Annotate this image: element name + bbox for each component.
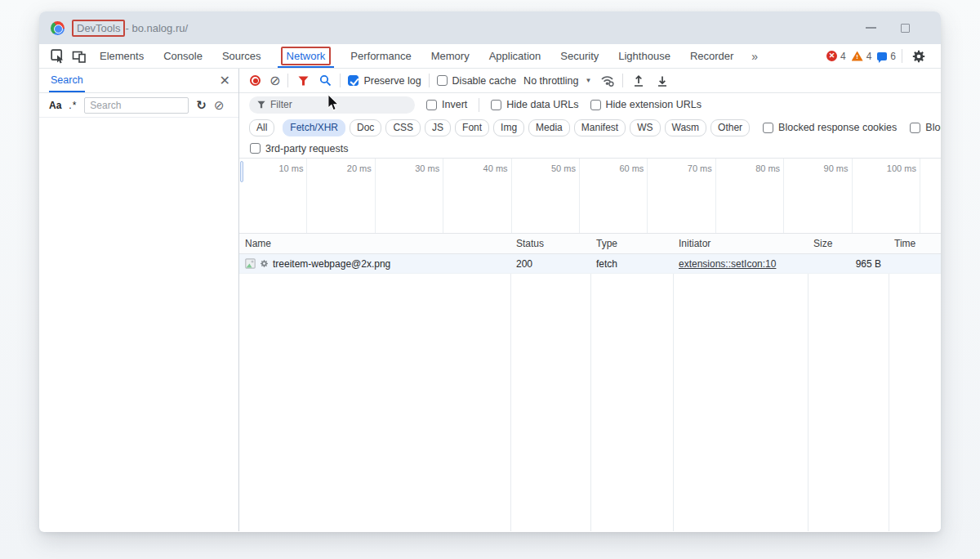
- tab-memory[interactable]: Memory: [421, 44, 479, 68]
- settings-gear-icon[interactable]: [908, 47, 929, 66]
- third-party-row: 3rd-party requests: [239, 139, 941, 159]
- timeline-tick: 40 ms: [443, 159, 511, 233]
- chevron-down-icon: ▼: [586, 77, 592, 84]
- overview-handle[interactable]: [240, 161, 243, 182]
- maximize-button[interactable]: [901, 24, 910, 33]
- tab-lighthouse[interactable]: Lighthouse: [608, 44, 680, 68]
- window-title: DevTools - bo.nalog.ru/: [72, 20, 188, 37]
- resource-filter-chip[interactable]: Wasm: [665, 119, 707, 136]
- regex-button[interactable]: .*: [69, 100, 77, 111]
- column-divider[interactable]: [510, 234, 511, 531]
- column-header-name[interactable]: Name: [239, 238, 510, 249]
- window-title-url: - bo.nalog.ru/: [125, 22, 188, 34]
- column-divider[interactable]: [889, 234, 889, 531]
- preserve-log-checkbox[interactable]: Preserve log: [348, 75, 421, 87]
- resource-filter-chip[interactable]: Other: [710, 119, 750, 136]
- timeline-tick: 20 ms: [307, 159, 375, 233]
- message-count: 6: [890, 51, 896, 62]
- record-button[interactable]: [250, 75, 261, 86]
- export-har-icon[interactable]: [654, 71, 670, 91]
- tab-network[interactable]: Network: [271, 44, 341, 68]
- search-panel-tab[interactable]: Search: [49, 69, 85, 92]
- timeline-tick: 30 ms: [376, 159, 443, 233]
- tab-security[interactable]: Security: [550, 44, 608, 68]
- refresh-icon[interactable]: ↻: [196, 98, 207, 113]
- checkbox-box: [250, 143, 261, 154]
- third-party-checkbox[interactable]: 3rd-party requests: [250, 143, 348, 154]
- search-input[interactable]: [84, 97, 189, 114]
- checkbox-box: [437, 75, 448, 86]
- clear-icon[interactable]: ⊘: [214, 98, 225, 113]
- column-header-type[interactable]: Type: [590, 238, 673, 249]
- column-divider[interactable]: [673, 234, 674, 531]
- search-panel: Search ✕ Aa .* ↻ ⊘: [39, 69, 239, 531]
- network-overview-timeline[interactable]: 10 ms 20 ms 30 ms 40 ms 50 ms 60 ms 70 m…: [239, 159, 941, 234]
- tab-application[interactable]: Application: [479, 44, 551, 68]
- device-toolbar-icon[interactable]: [69, 47, 90, 66]
- table-row[interactable]: treeitem-webpage@2x.png 200 fetch extens…: [239, 254, 941, 274]
- tab-recorder[interactable]: Recorder: [680, 44, 743, 68]
- more-tabs-icon[interactable]: »: [743, 50, 765, 63]
- search-results-area: [39, 118, 238, 531]
- resource-filter-chip[interactable]: All: [249, 119, 274, 136]
- message-badge[interactable]: 6: [877, 51, 896, 62]
- resource-filter-chip[interactable]: Manifest: [574, 119, 626, 136]
- clear-network-log-icon[interactable]: ⊘: [270, 73, 280, 88]
- resource-filter-chip[interactable]: CSS: [385, 119, 421, 136]
- selected-tab-underline: [278, 66, 335, 69]
- tab-performance[interactable]: Performance: [341, 44, 421, 68]
- column-divider[interactable]: [590, 234, 591, 531]
- tab-sources[interactable]: Sources: [212, 44, 271, 68]
- close-icon[interactable]: ✕: [220, 74, 230, 87]
- request-initiator-link[interactable]: extensions::setIcon:10: [679, 258, 776, 270]
- hide-extension-urls-checkbox[interactable]: Hide extension URLs: [590, 99, 702, 110]
- request-type: fetch: [590, 258, 673, 270]
- checkbox-box: [491, 100, 501, 110]
- resource-type-filters: All Fetch/XHR Doc CSS JS Font Img Media …: [239, 116, 941, 139]
- title-bar: DevTools - bo.nalog.ru/: [39, 11, 941, 44]
- warning-count: 4: [866, 51, 872, 62]
- tab-console[interactable]: Console: [154, 44, 212, 68]
- import-har-icon[interactable]: [630, 71, 647, 91]
- column-divider[interactable]: [808, 234, 808, 531]
- resource-filter-chip[interactable]: Doc: [350, 119, 381, 136]
- hide-data-urls-checkbox[interactable]: Hide data URLs: [491, 99, 578, 110]
- inspect-element-icon[interactable]: [47, 47, 69, 66]
- warning-badge[interactable]: ! 4: [852, 51, 872, 62]
- annotation-box-network: Network: [281, 47, 332, 65]
- column-header-size[interactable]: Size: [808, 238, 889, 249]
- filter-funnel-icon[interactable]: [296, 71, 310, 91]
- divider: [429, 74, 430, 87]
- tab-elements[interactable]: Elements: [90, 44, 154, 68]
- invert-checkbox[interactable]: Invert: [426, 99, 467, 110]
- table-header-row: Name Status Type Initiator Size Time: [239, 234, 941, 254]
- blocked-cookies-checkbox[interactable]: Blocked response cookies: [763, 122, 897, 133]
- checkbox-label: 3rd-party requests: [265, 143, 348, 154]
- resource-filter-chip[interactable]: JS: [425, 119, 451, 136]
- column-header-status[interactable]: Status: [510, 238, 590, 249]
- throttling-dropdown[interactable]: No throttling ▼: [523, 75, 591, 87]
- request-name: treeitem-webpage@2x.png: [273, 258, 390, 270]
- network-conditions-icon[interactable]: [599, 71, 615, 91]
- resource-filter-chip[interactable]: Font: [455, 119, 489, 136]
- network-search-icon[interactable]: [318, 71, 332, 91]
- resource-filter-chip[interactable]: Media: [528, 119, 570, 136]
- error-icon: ✕: [826, 51, 837, 61]
- resource-filter-chip[interactable]: WS: [630, 119, 660, 136]
- devtools-window: DevTools - bo.nalog.ru/ Elements Console…: [39, 11, 941, 532]
- divider: [902, 49, 902, 63]
- checkbox-label: Hide extension URLs: [606, 99, 702, 110]
- resource-filter-chip[interactable]: Fetch/XHR: [283, 119, 345, 136]
- divider: [622, 74, 623, 87]
- error-badge[interactable]: ✕ 4: [826, 51, 846, 62]
- resource-filter-chip[interactable]: Img: [493, 119, 524, 136]
- disable-cache-checkbox[interactable]: Disable cache: [437, 75, 517, 87]
- blocked-requests-checkbox[interactable]: Blocked requests: [910, 122, 941, 133]
- column-header-time[interactable]: Time: [889, 238, 941, 249]
- request-status: 200: [510, 258, 590, 270]
- column-header-initiator[interactable]: Initiator: [673, 238, 808, 249]
- divider: [479, 98, 479, 112]
- checkbox-label: Invert: [442, 99, 467, 110]
- match-case-button[interactable]: Aa: [49, 100, 61, 111]
- minimize-button[interactable]: [866, 27, 876, 29]
